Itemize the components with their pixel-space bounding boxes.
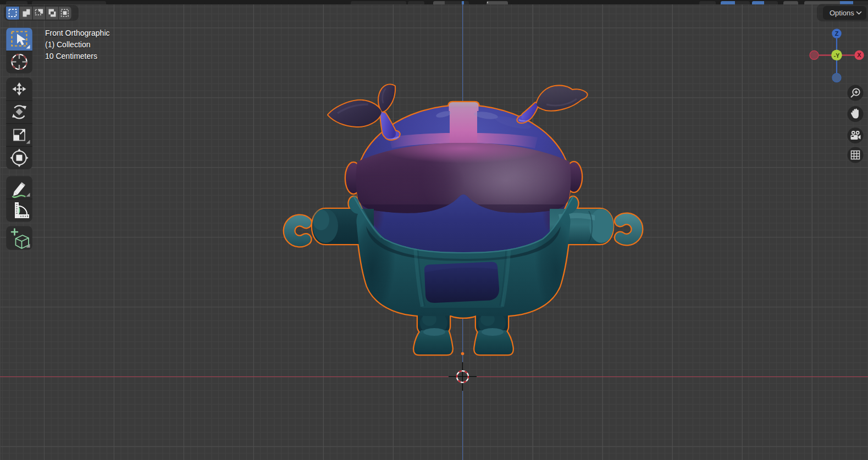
svg-text:X: X <box>857 52 861 58</box>
svg-text:Z: Z <box>835 30 839 37</box>
svg-text:-Y: -Y <box>834 52 840 59</box>
